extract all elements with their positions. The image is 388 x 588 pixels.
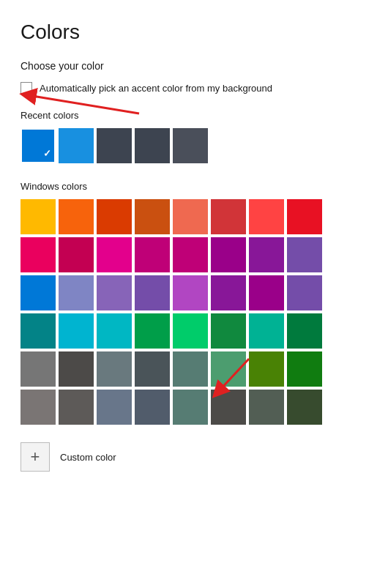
windows-color-swatch[interactable]	[287, 390, 322, 425]
windows-color-swatch[interactable]	[97, 237, 132, 272]
windows-color-swatch[interactable]	[59, 313, 94, 349]
windows-color-swatch[interactable]	[211, 351, 246, 387]
recent-color-swatch[interactable]	[59, 128, 94, 163]
windows-color-swatch[interactable]	[173, 313, 208, 349]
windows-color-swatch[interactable]	[20, 351, 56, 387]
custom-color-row: + Custom color	[20, 442, 368, 472]
windows-color-swatch[interactable]	[97, 390, 132, 425]
recent-color-swatch[interactable]: ✓	[20, 128, 56, 163]
recent-color-swatch[interactable]	[173, 128, 208, 163]
windows-color-swatch[interactable]	[135, 313, 170, 349]
auto-accent-row: Automatically pick an accent color from …	[20, 82, 368, 94]
windows-color-swatch[interactable]	[211, 199, 246, 234]
windows-color-swatch[interactable]	[287, 313, 322, 349]
windows-color-swatch[interactable]	[59, 351, 94, 387]
windows-color-swatch[interactable]	[249, 199, 284, 234]
recent-color-swatch[interactable]	[135, 128, 170, 163]
auto-accent-checkbox[interactable]	[20, 82, 32, 94]
windows-color-swatch[interactable]	[211, 313, 246, 349]
windows-color-swatch[interactable]	[97, 199, 132, 234]
custom-color-label: Custom color	[60, 452, 116, 463]
windows-color-swatch[interactable]	[287, 237, 322, 272]
windows-color-swatch[interactable]	[173, 237, 208, 272]
windows-color-swatch[interactable]	[135, 390, 170, 425]
windows-color-swatch[interactable]	[173, 351, 208, 387]
windows-color-swatch[interactable]	[97, 351, 132, 387]
recent-colors-label: Recent colors	[20, 110, 368, 121]
page-title: Colors	[20, 21, 368, 44]
windows-color-swatch[interactable]	[211, 275, 246, 310]
recent-color-swatch[interactable]	[97, 128, 132, 163]
windows-color-swatch[interactable]	[20, 199, 56, 234]
auto-accent-label: Automatically pick an accent color from …	[40, 83, 272, 94]
windows-color-swatch[interactable]	[59, 237, 94, 272]
windows-color-swatch[interactable]	[97, 313, 132, 349]
windows-color-swatch[interactable]	[20, 313, 56, 349]
windows-color-swatch[interactable]	[287, 351, 322, 387]
choose-color-label: Choose your color	[20, 60, 368, 72]
windows-colors-label: Windows colors	[20, 181, 368, 192]
windows-color-swatch[interactable]	[20, 275, 56, 310]
windows-color-swatch[interactable]	[249, 237, 284, 272]
windows-color-swatch[interactable]	[135, 237, 170, 272]
windows-color-swatch[interactable]	[20, 237, 56, 272]
windows-color-swatch[interactable]	[20, 390, 56, 425]
windows-color-swatch[interactable]	[249, 313, 284, 349]
windows-color-swatch[interactable]	[59, 275, 94, 310]
windows-color-swatch[interactable]	[59, 390, 94, 425]
windows-color-swatch[interactable]	[249, 275, 284, 310]
windows-color-swatch[interactable]	[135, 199, 170, 234]
windows-color-swatch[interactable]	[249, 390, 284, 425]
windows-color-swatch[interactable]	[173, 390, 208, 425]
windows-color-swatch[interactable]	[249, 351, 284, 387]
windows-colors-grid	[20, 199, 368, 425]
windows-color-swatch[interactable]	[173, 199, 208, 234]
windows-color-swatch[interactable]	[135, 351, 170, 387]
windows-color-swatch[interactable]	[211, 237, 246, 272]
windows-color-swatch[interactable]	[135, 275, 170, 310]
windows-color-swatch[interactable]	[97, 275, 132, 310]
windows-color-swatch[interactable]	[211, 390, 246, 425]
windows-color-swatch[interactable]	[287, 199, 322, 234]
windows-color-swatch[interactable]	[287, 275, 322, 310]
recent-colors-grid: ✓	[20, 128, 368, 163]
windows-color-swatch[interactable]	[59, 199, 94, 234]
custom-color-button[interactable]: +	[20, 442, 50, 472]
windows-color-swatch[interactable]	[173, 275, 208, 310]
